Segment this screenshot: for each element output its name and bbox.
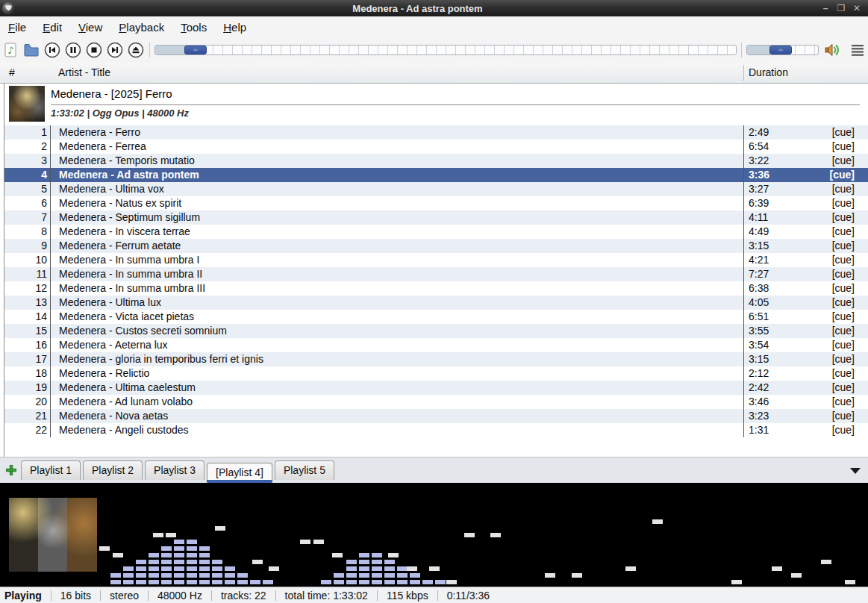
spectrum-peak-marker [215,526,225,531]
cue-badge: [cue] [830,168,855,182]
pause-button[interactable] [63,40,84,60]
track-row[interactable]: 6Medenera - Natus ex spirit6:39[cue] [4,196,868,210]
track-number: 5 [4,182,51,196]
maximize-button[interactable]: ❐ [836,1,846,16]
track-row[interactable]: 13Medenera - Ultima lux4:05[cue] [4,296,868,310]
track-duration: 7:27[cue] [743,267,868,281]
next-button[interactable] [104,40,125,60]
track-title: Medenera - gloria in temporibus ferri et… [59,352,739,366]
spectrum-peak-marker [572,573,582,578]
track-row[interactable]: 9Medenera - Ferrum aetate3:15[cue] [4,239,868,253]
spectrum-bar-segment [359,560,369,564]
tab-list-dropdown[interactable] [850,468,861,474]
track-row[interactable]: 5Medenera - Ultima vox3:27[cue] [4,182,868,196]
spectrum-bar-segment [174,573,184,578]
spectrum-bar-segment [187,560,197,564]
statusbar: Playing16 bitsstereo48000 Hztracks: 22to… [0,587,868,603]
spectrum-bar-segment [372,573,382,578]
player-window: Medenera - Ad astra pontem – ❐ ✕ FileEdi… [0,0,868,603]
track-row[interactable]: 1Medenera - Ferro2:49[cue] [4,125,868,140]
spectrum-bar-segment [199,566,210,571]
playlist-tab-5[interactable]: Playlist 5 [275,460,334,480]
cue-badge: [cue] [832,281,855,296]
track-row[interactable]: 17Medenera - gloria in temporibus ferri … [4,352,868,366]
track-row[interactable]: 12Medenera - In summa umbra III6:38[cue] [4,281,868,296]
track-title: Medenera - Ferro [59,125,739,140]
spectrum-bar-segment [110,580,121,584]
menu-file[interactable]: File [0,18,34,37]
spectrum-bar-segment [199,546,210,551]
seek-slider[interactable] [154,45,737,55]
album-group-header[interactable]: Medenera - [2025] Ferro 1:33:02 | Ogg Op… [4,84,868,125]
titlebar[interactable]: Medenera - Ad astra pontem – ❐ ✕ [0,0,868,16]
menu-playback[interactable]: Playback [110,18,172,37]
playlist-tab-2[interactable]: Playlist 2 [83,460,143,480]
spectrum-bar-segment [174,580,184,584]
track-number: 17 [4,352,51,366]
spectrum-bar-segment [123,573,134,578]
cue-badge: [cue] [832,210,855,225]
menu-tools[interactable]: Tools [172,18,215,37]
column-header-title[interactable]: Artist - Title [58,63,110,83]
add-playlist-button[interactable] [3,460,19,480]
spectrum-bar-segment [372,560,382,564]
stop-button[interactable] [84,40,104,60]
spectrum-bar-segment [384,560,395,564]
track-number: 19 [4,381,51,395]
playback-order-button[interactable] [847,40,868,60]
menu-view[interactable]: View [70,18,110,37]
track-row[interactable]: 11Medenera - In summa umbra II7:27[cue] [4,267,868,281]
track-duration: 1:31[cue] [743,423,868,437]
open-files-button[interactable]: ♪ [0,40,21,60]
track-row[interactable]: 10Medenera - In summa umbra I4:21[cue] [4,253,868,267]
status-item: Playing [0,590,51,602]
speaker-icon [823,41,841,59]
playlist-tab-4[interactable]: [Playlist 4] [207,463,272,483]
track-row[interactable]: 4Medenera - Ad astra pontem3:36[cue] [4,168,868,182]
spectrum-bar-segment [359,553,369,557]
eject-button[interactable] [125,40,146,60]
cue-badge: [cue] [832,366,855,381]
spectrum-peak-marker [490,533,501,537]
column-header-duration[interactable]: Duration [749,63,788,83]
stop-icon [85,41,103,59]
spectrum-bar-segment [384,580,395,584]
close-button[interactable]: ✕ [852,1,862,16]
volume-slider[interactable] [746,45,819,55]
volume-handle[interactable] [769,46,792,54]
track-row[interactable]: 21Medenera - Nova aetas3:23[cue] [4,409,868,423]
seek-handle[interactable] [184,46,207,54]
playlist-tabstrip: Playlist 1Playlist 2Playlist 3[Playlist … [0,457,868,483]
spectrum-bar-segment [334,580,344,584]
track-duration: 3:54[cue] [743,338,868,352]
track-row[interactable]: 2Medenera - Ferrea6:54[cue] [4,140,868,154]
mute-button[interactable] [822,40,843,60]
track-duration: 2:42[cue] [743,381,868,395]
list-lines-icon [850,43,865,57]
spectrum-bar-segment [372,553,382,557]
playlist-tab-3[interactable]: Playlist 3 [145,460,204,480]
add-folder-button[interactable] [21,40,42,60]
track-row[interactable]: 18Medenera - Relictio2:12[cue] [4,366,868,381]
track-row[interactable]: 20Medenera - Ad lunam volabo3:46[cue] [4,395,868,409]
cue-badge: [cue] [832,381,855,395]
track-row[interactable]: 22Medenera - Angeli custodes1:31[cue] [4,423,868,437]
minimize-button[interactable]: – [820,1,831,16]
column-header-number[interactable]: # [9,63,15,83]
menu-edit[interactable]: Edit [34,18,70,37]
spectrum-bar-segment [225,573,235,578]
track-number: 7 [4,210,51,225]
track-number: 13 [4,296,51,310]
track-row[interactable]: 7Medenera - Septimum sigillum4:11[cue] [4,210,868,225]
track-row[interactable]: 8Medenera - In viscera terrae4:49[cue] [4,225,868,239]
track-row[interactable]: 3Medenera - Temporis mutatio3:22[cue] [4,154,868,168]
playlist-tab-1[interactable]: Playlist 1 [21,460,81,480]
track-row[interactable]: 19Medenera - Ultima caelestum2:42[cue] [4,381,868,395]
menu-help[interactable]: Help [215,18,255,37]
previous-button[interactable] [42,40,63,60]
spectrum-peak-marker [113,553,123,557]
track-row[interactable]: 15Medenera - Custos secreti somnium3:55[… [4,324,868,338]
spectrum-bar-segment [384,566,395,571]
track-row[interactable]: 16Medenera - Aeterna lux3:54[cue] [4,338,868,352]
track-row[interactable]: 14Medenera - Victa iacet pietas6:51[cue] [4,310,868,324]
